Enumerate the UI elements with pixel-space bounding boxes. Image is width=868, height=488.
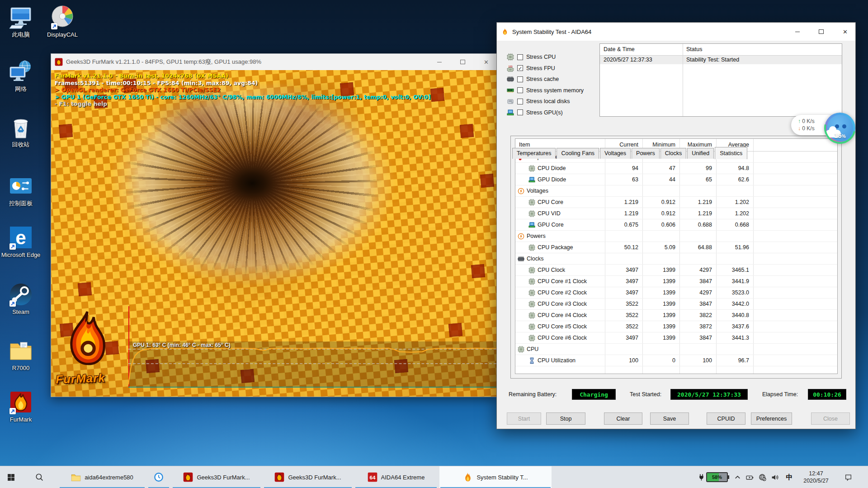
stats-row-cpu-clock[interactable]: CPU Clock3497139942973465.1 [515,265,837,276]
stats-row-cpu-core-5-clock[interactable]: CPU Core #5 Clock3522139938723437.6 [515,321,837,332]
stats-value [679,185,716,196]
cpuid-button[interactable]: CPUID [707,412,745,425]
close-icon[interactable]: ✕ [835,23,855,41]
assistant-float-ball[interactable]: 15% [825,113,855,143]
checkbox[interactable]: ✓ [517,65,523,71]
furmark-osd-text: FurMark v1.21.1.0 - Burn-in test, 1024x7… [55,72,431,108]
stats-row-cpu-core-3-clock[interactable]: CPU Core #3 Clock3522139938473442.0 [515,298,837,310]
stats-value [642,253,679,264]
tab-clocks[interactable]: Clocks [660,148,687,159]
speaker-icon[interactable] [769,466,781,488]
tab-cooling-fans[interactable]: Cooling Fans [557,148,599,159]
tab-voltages[interactable]: Voltages [600,148,631,159]
minimize-button[interactable] [787,23,807,41]
stats-row-cpu-diode[interactable]: CPU Diode94479994.8 [515,163,837,174]
furmark-titlebar[interactable]: Geeks3D FurMark v1.21.1.0 - 84FPS, GPU1 … [51,54,496,70]
stats-item: GPU Core [515,219,605,230]
tab-powers[interactable]: Powers [632,148,660,159]
desktop-icon-control-panel[interactable]: 控制面板 [1,173,41,207]
battery-charging-icon[interactable] [744,466,755,488]
svg-text:64: 64 [369,474,375,480]
stats-row-cpu-utilization[interactable]: CPU Utilization100010096.7 [515,355,837,366]
taskbar: aida64extreme580Geeks3D FurMark...Geeks3… [0,466,868,488]
stats-row-cpu-core-1-clock[interactable]: CPU Core #1 Clock3497139938473441.9 [515,276,837,287]
stress-option-label: Stress FPU [526,65,555,71]
desktop-icon-label: DisplayCAL [42,31,82,38]
stress-option-stress-system-memory[interactable]: Stress system memory [507,85,584,96]
net-speed-widget[interactable]: ↑ 0 K/s ↓ 0 K/s 15% [791,113,857,144]
taskbar-button-aida64extreme580[interactable]: aida64extreme580 [59,466,146,488]
taskbar-button-geeks3d-furmark-[interactable]: Geeks3D FurMark... [263,466,353,488]
maximize-button[interactable] [811,23,831,41]
clear-button[interactable]: Clear [604,412,642,425]
checkbox[interactable] [517,87,523,93]
desktop-icon-displaycal[interactable]: DisplayCAL [42,5,82,38]
tray-clock[interactable]: 12:47 2020/5/27 [797,466,835,488]
gpu-temp-graph: GPU 1: 63° C (min: 46° C - max: 65° C) [128,341,496,388]
desktop-icon-network[interactable]: 网络 [1,59,41,93]
checkbox[interactable] [517,109,523,115]
stats-row-gpu-core[interactable]: GPU Core0.6750.6060.6880.668 [515,219,837,231]
close-icon[interactable]: ✕ [476,54,496,70]
taskbar-button-clock-app-icon[interactable] [147,466,170,488]
desktop-icon-microsoft-edge[interactable]: eMicrosoft Edge [1,225,41,259]
stats-item: CPU Package [515,242,605,253]
stats-row-clocks[interactable]: Clocks [515,253,837,265]
start-button[interactable] [0,466,22,488]
checkbox[interactable] [517,99,523,104]
action-center-icon[interactable] [840,466,856,488]
status-label: Remaining Battery: [509,391,557,398]
power-plug-icon[interactable] [697,466,706,488]
stats-row-cpu-core-4-clock[interactable]: CPU Core #4 Clock3522139938223440.8 [515,310,837,321]
network-globe-icon[interactable] [757,466,768,488]
taskbar-button-system-stability-t-[interactable]: System Stability T... [439,466,552,488]
statistics-tab-page: ItemCurrentMinimumMaximumAverageTemperat… [510,136,842,379]
desktop-icon-furmark[interactable]: FurMark [1,389,41,423]
stats-row-powers[interactable]: Powers [515,231,837,242]
tab-unified[interactable]: Unified [687,148,714,159]
stats-row-cpu-vid[interactable]: CPU VID1.2190.9121.2191.202 [515,208,837,219]
tab-temperatures[interactable]: Temperatures [512,148,556,159]
stress-option-stress-local-disks[interactable]: Stress local disks [507,96,584,107]
stress-option-stress-cache[interactable]: Stress cache [507,74,584,85]
aida64-titlebar[interactable]: System Stability Test - AIDA64 ✕ [497,23,855,41]
stats-row-voltages[interactable]: Voltages [515,185,837,197]
disk-icon [507,98,514,105]
stats-value: 50.12 [605,242,642,253]
tab-statistics[interactable]: Statistics [715,147,747,159]
minimize-button[interactable] [429,54,449,70]
stop-button[interactable]: Stop [546,412,585,425]
stats-row-cpu-core-6-clock[interactable]: CPU Core #6 Clock3497139938473441.3 [515,332,837,344]
desktop-icon-steam[interactable]: Steam [1,282,41,316]
save-button[interactable]: Save [650,412,689,425]
stress-option-stress-gpu-s-[interactable]: Stress GPU(s) [507,107,584,118]
fpu-chip-icon: 123 [507,65,514,72]
stress-option-stress-cpu[interactable]: Stress CPU [507,52,584,63]
taskbar-button-geeks3d-furmark-[interactable]: Geeks3D FurMark... [172,466,261,488]
preferences-button[interactable]: Preferences [751,412,792,425]
taskbar-button-aida64-extreme[interactable]: 64AIDA64 Extreme [354,466,438,488]
gpu-card-icon [528,222,535,228]
checkbox[interactable] [517,76,523,82]
taskbar-button-label: AIDA64 Extreme [381,474,425,481]
stats-item: CPU Core #6 Clock [515,332,605,343]
ime-indicator[interactable]: 中 [783,466,795,488]
stats-row-cpu-core[interactable]: CPU Core1.2190.9121.2191.202 [515,197,837,208]
desktop-icon-r7000[interactable]: R7000 [1,338,41,372]
maximize-button[interactable] [453,54,473,70]
event-row[interactable]: 2020/5/27 12:37:33Stability Test: Starte… [600,56,842,64]
desktop-icon-recycle-bin[interactable]: 回收站 [1,114,41,148]
tray-overflow-chevron-icon[interactable] [732,466,742,488]
event-row-empty [600,73,842,81]
stats-item-label: GPU Diode [538,174,566,185]
stress-option-stress-fpu[interactable]: 123✓Stress FPU [507,63,584,74]
stats-row-cpu-package[interactable]: CPU Package50.125.0964.8851.96 [515,242,837,253]
stats-value: 3847 [679,332,716,343]
checkbox[interactable] [517,54,523,60]
stats-row-cpu-core-2-clock[interactable]: CPU Core #2 Clock3497139942973523.0 [515,287,837,298]
stats-row-cpu[interactable]: CPU [515,344,837,355]
stats-row-gpu-diode[interactable]: GPU Diode63446562.6 [515,174,837,185]
search-icon[interactable] [25,466,53,488]
desktop-icon-this-pc[interactable]: 此电脑 [1,5,41,38]
battery-indicator[interactable]: 58% [706,472,728,482]
